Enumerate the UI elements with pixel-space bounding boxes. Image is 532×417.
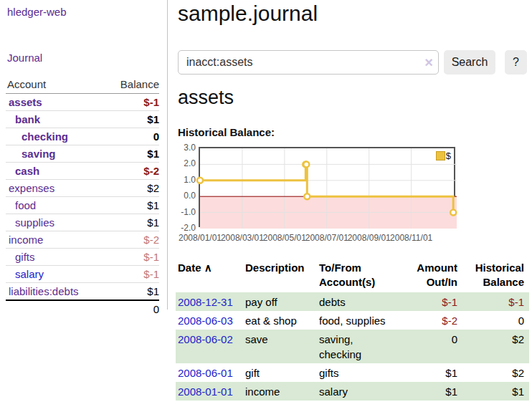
- account-column-header: Account: [7, 78, 46, 90]
- total-balance: 0: [153, 303, 159, 315]
- account-row: expenses$2: [6, 179, 159, 196]
- account-balance: $-1: [143, 251, 159, 263]
- transaction-row: 2008-06-03eat & shopfood, supplies$-20: [176, 311, 529, 330]
- account-link[interactable]: salary: [6, 268, 44, 280]
- section-heading: assets: [178, 87, 234, 109]
- sidebar-item-journal[interactable]: Journal: [7, 52, 42, 64]
- txn-amount: 0: [399, 332, 457, 362]
- chart-plot: [200, 148, 457, 229]
- account-link[interactable]: bank: [6, 113, 40, 125]
- account-row: saving$1: [6, 145, 159, 162]
- txn-date-link[interactable]: 2008-12-31: [178, 296, 233, 308]
- transaction-row: 2008-01-01incomesalary$1$1: [176, 382, 529, 401]
- account-link[interactable]: saving: [6, 148, 56, 160]
- balance-column-header: Balance: [120, 78, 159, 90]
- account-balance: $-2: [143, 234, 159, 246]
- account-balance: $1: [147, 216, 159, 229]
- account-link[interactable]: gifts: [6, 251, 35, 263]
- y-axis-label: 0.0: [171, 190, 196, 201]
- account-row: cash$-2: [6, 162, 159, 179]
- txn-accounts: salary: [319, 384, 399, 399]
- account-total-row: 0: [6, 299, 159, 317]
- account-row: liabilities:debts$1: [6, 282, 159, 299]
- account-balance: $1: [147, 148, 159, 160]
- account-rows: assets$-1bank$1checking0saving$1cash$-2e…: [6, 94, 159, 299]
- sidebar-divider: [167, 0, 168, 310]
- account-balance: $1: [147, 199, 159, 211]
- transaction-row: 2008-06-01giftgifts$1$2: [176, 363, 529, 382]
- account-balance: 0: [153, 130, 159, 143]
- account-link[interactable]: liabilities:debts: [6, 285, 79, 297]
- txn-description: save: [245, 332, 319, 362]
- y-axis-label: 2.0: [171, 158, 196, 169]
- account-link[interactable]: supplies: [6, 216, 54, 229]
- account-row: supplies$1: [6, 214, 159, 231]
- app-title[interactable]: hledger-web: [7, 6, 67, 18]
- account-balance: $-1: [143, 96, 159, 108]
- accounts-column-header: To/From Account(s): [319, 261, 399, 289]
- y-axis-label: -1.0: [171, 206, 196, 218]
- account-row: food$1: [6, 196, 159, 214]
- account-balance-table: Account Balance assets$-1bank$1checking0…: [6, 76, 159, 317]
- y-axis-label: 3.0: [171, 142, 196, 153]
- txn-accounts: saving, checking: [319, 332, 399, 362]
- txn-amount: $-2: [399, 313, 457, 328]
- txn-description: pay off: [245, 294, 319, 310]
- page-title: sample.journal: [178, 1, 318, 26]
- account-row: bank$1: [6, 110, 159, 128]
- help-button[interactable]: ?: [505, 50, 527, 75]
- txn-date-link[interactable]: 2008-06-02: [178, 333, 233, 345]
- search-button[interactable]: Search: [444, 50, 495, 75]
- account-link[interactable]: checking: [6, 130, 68, 143]
- account-balance: $-1: [143, 268, 159, 280]
- txn-date-link[interactable]: 2008-01-01: [178, 385, 233, 398]
- account-link[interactable]: cash: [6, 165, 39, 177]
- txn-balance: $2: [457, 365, 526, 380]
- clear-search-icon[interactable]: ×: [422, 53, 436, 72]
- account-link[interactable]: income: [6, 234, 43, 246]
- txn-description: income: [245, 384, 319, 399]
- txn-date-cell: 2008-01-01: [176, 384, 245, 399]
- y-axis-label: 1.0: [171, 174, 196, 186]
- txn-date-cell: 2008-06-01: [176, 365, 245, 380]
- transaction-row: 2008-12-31pay offdebts$-1$-1: [176, 292, 529, 311]
- transaction-rows: 2008-12-31pay offdebts$-1$-12008-06-03ea…: [176, 292, 529, 401]
- legend-swatch-icon: [436, 151, 445, 160]
- account-link[interactable]: expenses: [6, 182, 54, 194]
- chart-title-label: Historical Balance:: [178, 126, 275, 138]
- transaction-row: 2008-06-02savesaving, checking0$2: [176, 330, 529, 363]
- x-axis-label: 2008/03/01: [221, 233, 264, 243]
- txn-balance: $2: [457, 332, 526, 362]
- txn-amount: $1: [399, 365, 457, 380]
- x-axis-label: 2008/09/01: [348, 233, 391, 243]
- x-axis-label: 2008/05/01: [263, 233, 306, 243]
- chart-legend: $: [436, 150, 451, 161]
- x-axis-label: 2008/01/01: [179, 233, 222, 243]
- date-column-header[interactable]: Date ∧: [176, 261, 245, 289]
- sort-asc-icon: ∧: [204, 262, 212, 274]
- account-balance: $1: [147, 113, 159, 125]
- txn-date-cell: 2008-06-03: [176, 313, 245, 328]
- account-balance: $-2: [143, 165, 159, 177]
- txn-accounts: gifts: [319, 365, 399, 380]
- txn-accounts: debts: [319, 294, 399, 310]
- x-axis-label: 2008/11/01: [390, 233, 432, 243]
- amount-column-header: Amount Out/In: [399, 261, 457, 289]
- account-row: assets$-1: [6, 94, 159, 110]
- account-balance: $1: [147, 285, 159, 297]
- txn-amount: $-1: [399, 294, 457, 310]
- txn-date-cell: 2008-06-02: [176, 332, 245, 362]
- transactions-table-header: Date ∧ Description To/From Account(s) Am…: [176, 259, 529, 292]
- description-column-header: Description: [245, 261, 319, 289]
- account-link[interactable]: food: [6, 199, 36, 211]
- account-link[interactable]: assets: [6, 96, 42, 108]
- txn-accounts: food, supplies: [319, 313, 399, 328]
- txn-amount: $1: [399, 384, 457, 399]
- txn-date-link[interactable]: 2008-06-01: [178, 367, 233, 379]
- txn-date-link[interactable]: 2008-06-03: [178, 315, 233, 327]
- account-row: income$-2: [6, 231, 159, 248]
- search-input[interactable]: [178, 50, 439, 75]
- hledger-web-page: hledger-web Journal Account Balance asse…: [0, 0, 532, 417]
- account-balance: $2: [147, 182, 159, 194]
- account-table-header: Account Balance: [6, 76, 159, 94]
